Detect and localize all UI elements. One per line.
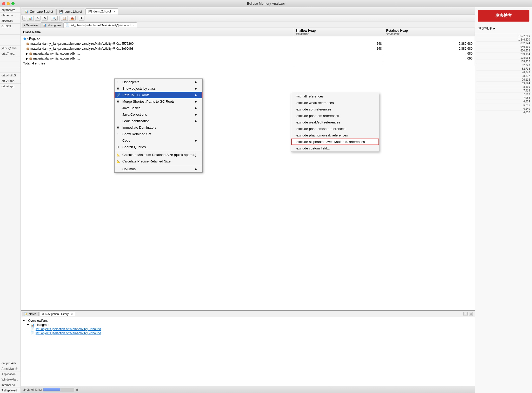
number-row: 7,088 (476, 96, 531, 100)
maximize-panel-button[interactable]: □ (469, 312, 473, 316)
table-row[interactable]: ▶ 📦material.danny_jiang.com.adbm... ...0… (21, 56, 475, 61)
minimize-button[interactable] (7, 2, 10, 5)
tab-compare-basket[interactable]: 📊 Compare Basket (22, 9, 56, 15)
menu-item-columns[interactable]: Columns... ▶ (115, 166, 202, 172)
number-row: 7,360 (476, 93, 531, 96)
col-header-class[interactable]: Class Name (21, 28, 293, 36)
tab-close-icon[interactable]: ✕ (113, 10, 115, 13)
menu-item-calc-precise[interactable]: 📐 Calculate Precise Retained Size (115, 158, 202, 165)
menu-item-java-collections[interactable]: Java Collections ▶ (115, 111, 202, 118)
histogram-nav-icon: 📊 (31, 323, 35, 327)
blog-manage-button[interactable]: 博客管理 ∨ (475, 24, 532, 33)
submenu-path-to-gc: with all references exclude weak referen… (291, 93, 379, 152)
menu-item-merge-shortest[interactable]: ⊞ Merge Shortest Paths to GC Roots ▶ (115, 98, 202, 105)
maximize-button[interactable] (11, 2, 15, 5)
close-button[interactable] (2, 2, 5, 5)
export-button[interactable]: 📤 (69, 16, 76, 21)
sidebar-item[interactable]: ArrayMap @ (0, 366, 21, 371)
tab-list-objects[interactable]: 📄 list_objects [selection of 'MainActivi… (63, 22, 137, 28)
title-bar: Eclipse Memory Analyzer (0, 0, 532, 7)
dump2-icon: 💾 (88, 10, 92, 13)
submenu-item-excl-all[interactable]: exclude all phantom/weak/soft etc. refer… (291, 139, 379, 145)
col-header-shallow[interactable]: Shallow Heap <Numeric> (293, 28, 384, 36)
menu-item-java-basics[interactable]: Java Basics ▶ (115, 105, 202, 111)
sidebar-item[interactable]: oryanalyze (0, 7, 21, 13)
menu-item-leak-id[interactable]: Leak Identification ▶ (115, 118, 202, 124)
menu-item-list-objects[interactable]: ≡ List objects ▶ (115, 79, 202, 85)
table-row[interactable]: 🔷<Regex> (21, 36, 475, 41)
menu-item-show-retained[interactable]: ≡ Show Retained Set (115, 131, 202, 137)
tab-dump2[interactable]: 💾 dump2.hprof ✕ (85, 8, 118, 15)
number-row: 48,648 (476, 71, 531, 74)
tree-item-histogram[interactable]: ▼ 📊 histogram (22, 323, 473, 327)
sidebar-item[interactable] (0, 56, 21, 62)
right-panel: 发表博客 博客管理 ∨ 1,622,280 1,246,800 682,944 … (475, 7, 532, 393)
content-tab-close-icon[interactable]: ✕ (132, 24, 135, 27)
table-row[interactable]: ▶ 📦material.danny_jiang.com.adbm... ...6… (21, 51, 475, 56)
blog-publish-button[interactable]: 发表博客 (478, 10, 529, 22)
submenu-item-all-refs[interactable]: with all references (291, 93, 379, 100)
menu-item-search[interactable]: ⊞ Search Queries... (115, 144, 202, 150)
minimize-panel-button[interactable]: − (463, 312, 468, 316)
sidebar-item[interactable]: ort.v4.app. (0, 78, 21, 84)
sidebar-item[interactable] (0, 40, 21, 45)
tab-overview[interactable]: i Overview (22, 23, 40, 28)
submenu-item-excl-phantom-weak[interactable]: exclude phantom/weak references (291, 132, 379, 139)
sidebar-item[interactable]: yList @ 0xb (0, 45, 21, 51)
tab-navigation-history[interactable]: 🗂 Navigation History ✕ (39, 312, 75, 316)
submenu-arrow-icon: ▶ (195, 139, 197, 142)
menu-item-calc-min[interactable]: 📐 Calculate Minimum Retained Size (quick… (115, 152, 202, 158)
submenu-item-excl-custom[interactable]: exclude custom field... (291, 145, 379, 152)
info-button[interactable]: i (22, 16, 26, 21)
tab-histogram[interactable]: 📊 Histogram (41, 22, 63, 28)
sidebar-item[interactable]: ort.v4.util.S (0, 73, 21, 78)
tree-item-overviewpane[interactable]: ▼ i OverviewPane (22, 319, 473, 323)
tab-notes[interactable]: 📝 Notes (22, 312, 39, 316)
sidebar-item[interactable] (0, 67, 21, 73)
regex-icon: 🔷 (23, 37, 26, 40)
sidebar-item[interactable]: atActivity (0, 18, 21, 24)
number-row: 38,832 (476, 74, 531, 78)
settings-button[interactable]: ⚙ (42, 16, 48, 21)
report-button[interactable]: 📋 (61, 16, 68, 21)
col-header-retained[interactable]: Retained Heap <Numeric> (384, 28, 475, 36)
sidebar-item[interactable] (0, 62, 21, 67)
submenu-item-excl-weak[interactable]: exclude weak references (291, 100, 379, 106)
dominator-button[interactable]: 🗂 (35, 16, 41, 21)
submenu-item-excl-phantom-soft[interactable]: exclude phantom/soft references (291, 126, 379, 132)
nav-tab-close-icon[interactable]: ✕ (71, 313, 73, 316)
sidebar-item[interactable]: 0xb303... (0, 24, 21, 29)
tree-item-list-objects-2[interactable]: 📄 list_objects [selection of 'MainActivi… (22, 331, 473, 335)
submenu-item-excl-weak-soft[interactable]: exclude weak/soft references (291, 119, 379, 126)
number-row: 108,064 (476, 56, 531, 60)
menu-item-immediate-dom[interactable]: ⊞ Immediate Dominators (115, 124, 202, 131)
down-button[interactable]: ⬇ (79, 16, 84, 21)
sidebar-item[interactable]: Application (0, 371, 21, 377)
menu-item-copy[interactable]: Copy ▶ (115, 137, 202, 144)
sidebar-item[interactable]: dbmemo... (0, 13, 21, 18)
number-row: 640,160 (476, 45, 531, 49)
compare-icon: 📊 (25, 10, 29, 14)
menu-item-path-to-gc[interactable]: 🔗 Path To GC Roots ▶ (115, 92, 202, 98)
submenu-item-excl-soft[interactable]: exclude soft references (291, 106, 379, 113)
main-toolbar: i 📊 🗂 ⚙ 🔍 📋 📤 ⬇ (21, 15, 475, 22)
table-row[interactable]: 📦material.danny_jiang.com.adbmemoryanaly… (21, 41, 475, 46)
sidebar-item[interactable]: WindowMa... (0, 377, 21, 382)
toolbar-separator (77, 16, 77, 21)
search-button[interactable]: 🔍 (51, 16, 58, 21)
tree-expand-icon: ▼ (26, 323, 30, 327)
sidebar-item[interactable]: ort.v4.app. (0, 84, 21, 89)
sidebar-item[interactable]: ort.v7.app. (0, 51, 21, 56)
trash-icon[interactable]: 🗑 (76, 388, 79, 391)
sidebar-item[interactable] (0, 35, 21, 40)
toolbar-separator (59, 16, 59, 21)
sidebar-item[interactable] (0, 29, 21, 35)
sidebar-item[interactable]: ent.pm.Acti (0, 361, 21, 366)
submenu-item-excl-phantom[interactable]: exclude phantom references (291, 113, 379, 119)
tree-item-list-objects-1[interactable]: 📄 list_objects [selection of 'MainActivi… (22, 327, 473, 331)
tab-dump1[interactable]: 💾 dump1.hprof (56, 9, 85, 15)
table-row[interactable]: 📦material.danny_jiang.com.adbmemoryanaly… (21, 46, 475, 51)
menu-item-show-by-class[interactable]: ⊞ Show objects by class ▶ (115, 85, 202, 92)
sidebar-item[interactable]: internal.po (0, 382, 21, 388)
histogram-button[interactable]: 📊 (27, 16, 34, 21)
